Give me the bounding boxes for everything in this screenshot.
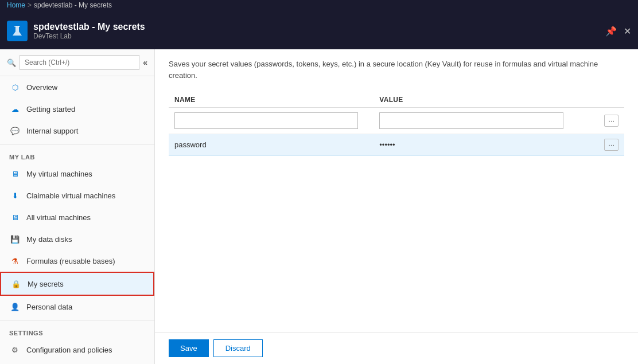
sidebar-item-claimable-virtual-machines[interactable]: ⬇ Claimable virtual machines [0, 185, 154, 206]
secret-row-password: password •••••• ··· [169, 134, 624, 156]
collapse-sidebar-button[interactable]: « [143, 58, 147, 67]
personal-data-icon: 👤 [9, 301, 21, 312]
sidebar-item-label: All virtual machines [26, 213, 91, 222]
sidebar-item-my-virtual-machines[interactable]: 🖥 My virtual machines [0, 163, 154, 185]
sidebar-item-formulas[interactable]: ⚗ Formulas (reusable bases) [0, 250, 154, 272]
getting-started-icon: ☁ [9, 103, 21, 115]
sidebar: 🔍 « ⬡ Overview ☁ Getting started 💬 Inter… [0, 49, 155, 364]
page-subtitle: DevTest Lab [33, 32, 605, 40]
page-title: spdevtestlab - My secrets [33, 22, 605, 32]
title-bar: spdevtestlab - My secrets DevTest Lab 📌 … [0, 13, 638, 49]
overview-icon: ⬡ [9, 81, 21, 93]
support-icon: 💬 [9, 125, 21, 136]
sidebar-item-label: My data disks [26, 235, 72, 244]
content-body: Saves your secret values (passwords, tok… [155, 49, 638, 332]
claimable-vm-icon: ⬇ [9, 190, 21, 201]
sidebar-section-my-lab: MY LAB [0, 147, 154, 163]
secret-value: •••••• [379, 140, 395, 149]
title-text: spdevtestlab - My secrets DevTest Lab [33, 22, 605, 40]
new-secret-actions-button[interactable]: ··· [604, 115, 618, 127]
sidebar-item-label: Overview [26, 83, 57, 92]
secret-name: password [174, 140, 207, 149]
content-footer: Save Discard [155, 332, 638, 364]
vm-icon: 🖥 [9, 168, 21, 179]
sidebar-divider-1 [0, 144, 154, 144]
sidebar-section-settings: SETTINGS [0, 323, 154, 339]
breadcrumb-current: spdevtestlab - My secrets [34, 1, 112, 9]
discard-button[interactable]: Discard [213, 339, 263, 357]
breadcrumb-home[interactable]: Home [7, 1, 25, 9]
sidebar-item-label: Claimable virtual machines [26, 191, 115, 200]
sidebar-item-label: Internal support [26, 127, 78, 135]
sidebar-item-my-data-disks[interactable]: 💾 My data disks [0, 228, 154, 250]
secrets-table: NAME VALUE ··· [169, 92, 624, 156]
sidebar-item-personal-data[interactable]: 👤 Personal data [0, 296, 154, 318]
pin-icon[interactable]: 📌 [605, 26, 617, 37]
secret-actions-button[interactable]: ··· [604, 139, 618, 151]
sidebar-item-label: Getting started [26, 105, 75, 113]
save-button[interactable]: Save [169, 339, 209, 357]
sidebar-item-all-virtual-machines[interactable]: 🖥 All virtual machines [0, 206, 154, 228]
sidebar-item-label: Formulas (reusable bases) [26, 257, 115, 265]
title-bar-actions: 📌 ✕ [605, 26, 631, 37]
config-icon: ⚙ [9, 344, 21, 355]
sidebar-item-label: My secrets [28, 280, 64, 288]
sidebar-item-my-secrets[interactable]: 🔒 My secrets [0, 272, 154, 296]
sidebar-item-label: Personal data [26, 303, 72, 311]
new-secret-name-input[interactable] [174, 112, 358, 129]
sidebar-item-label: My virtual machines [26, 170, 92, 178]
sidebar-item-configuration-and-policies[interactable]: ⚙ Configuration and policies [0, 339, 154, 361]
breadcrumb: Home > spdevtestlab - My secrets [0, 0, 638, 13]
search-icon: 🔍 [7, 58, 16, 67]
sidebar-search-container: 🔍 « [0, 49, 154, 76]
sidebar-item-internal-support[interactable]: 💬 Internal support [0, 120, 154, 142]
svg-rect-0 [14, 26, 20, 27]
disk-icon: 💾 [9, 233, 21, 245]
content-area: Saves your secret values (passwords, tok… [155, 49, 638, 364]
formulas-icon: ⚗ [9, 255, 21, 267]
close-icon[interactable]: ✕ [624, 26, 631, 37]
new-secret-value-input[interactable] [379, 112, 563, 129]
search-input[interactable] [20, 55, 139, 70]
secrets-icon: 🔒 [10, 278, 22, 289]
col-header-name: NAME [169, 92, 374, 108]
sidebar-item-overview[interactable]: ⬡ Overview [0, 76, 154, 98]
content-description: Saves your secret values (passwords, tok… [169, 58, 624, 81]
all-vm-icon: 🖥 [9, 212, 21, 223]
main-layout: 🔍 « ⬡ Overview ☁ Getting started 💬 Inter… [0, 49, 638, 364]
col-header-actions [579, 92, 624, 108]
col-header-value: VALUE [374, 92, 578, 108]
sidebar-item-getting-started[interactable]: ☁ Getting started [0, 98, 154, 120]
sidebar-divider-2 [0, 320, 154, 320]
sidebar-item-label: Configuration and policies [26, 346, 112, 354]
breadcrumb-sep: > [28, 1, 32, 9]
new-secret-row: ··· [169, 108, 624, 134]
app-icon [7, 21, 28, 41]
flask-icon [10, 24, 24, 38]
